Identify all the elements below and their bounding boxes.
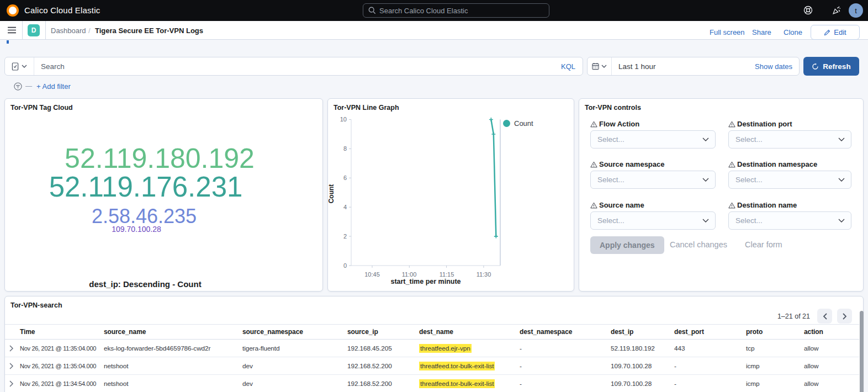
share-link[interactable]: Share bbox=[752, 28, 771, 36]
breadcrumb-separator: / bbox=[88, 27, 91, 35]
date-picker[interactable]: Last 1 hour Show dates bbox=[587, 57, 800, 76]
kql-language-button[interactable]: KQL bbox=[561, 62, 575, 71]
divider bbox=[22, 21, 23, 40]
calico-logo-icon[interactable] bbox=[7, 4, 19, 17]
add-filter-link[interactable]: + Add filter bbox=[36, 82, 71, 91]
search-query-input[interactable]: Search bbox=[41, 62, 561, 71]
column-header-time[interactable]: Time bbox=[20, 328, 35, 336]
expand-row-icon[interactable] bbox=[9, 380, 14, 387]
x-tick: 10:45 bbox=[360, 271, 384, 278]
cell-time: Nov 26, 2021 @ 11:34:54.000 bbox=[20, 380, 96, 387]
previous-page-button[interactable] bbox=[817, 309, 832, 324]
expand-row-icon[interactable] bbox=[9, 363, 14, 369]
help-icon[interactable] bbox=[803, 6, 813, 15]
tag-cloud-term[interactable]: 52.119.176.231 bbox=[49, 173, 243, 201]
select-destination-port[interactable]: Select... bbox=[728, 130, 851, 149]
cell-proto: icmp bbox=[746, 380, 760, 388]
chevron-down-icon bbox=[838, 137, 845, 141]
cancel-changes-link[interactable]: Cancel changes bbox=[670, 240, 727, 249]
filter-row: — + Add filter bbox=[14, 82, 71, 91]
column-header-proto[interactable]: proto bbox=[746, 328, 763, 336]
divider bbox=[45, 21, 46, 40]
table-row[interactable]: Nov 26, 2021 @ 11:35:04.000 netshoot dev… bbox=[5, 357, 859, 375]
chevron-down-icon bbox=[702, 219, 709, 223]
expand-row-icon[interactable] bbox=[9, 345, 14, 352]
column-header-action[interactable]: action bbox=[804, 328, 823, 336]
column-header-source-namespace[interactable]: source_namespace bbox=[242, 328, 303, 336]
cell-dest-namespace: - bbox=[520, 345, 522, 352]
full-screen-link[interactable]: Full screen bbox=[710, 28, 745, 36]
column-header-source-ip[interactable]: source_ip bbox=[347, 328, 378, 336]
field-label-source-namespace: Source namespace bbox=[590, 160, 665, 168]
refresh-button[interactable]: Refresh bbox=[803, 57, 859, 76]
tag-cloud-term[interactable]: 52.119.180.192 bbox=[65, 145, 255, 172]
user-avatar[interactable]: t bbox=[849, 3, 863, 18]
show-dates-link[interactable]: Show dates bbox=[755, 62, 792, 71]
chevron-down-icon bbox=[702, 178, 709, 182]
cell-action: allow bbox=[804, 345, 818, 352]
newsfeed-icon[interactable] bbox=[832, 6, 841, 15]
x-tick: 11:00 bbox=[397, 271, 421, 278]
warning-icon bbox=[728, 202, 735, 209]
apply-changes-button[interactable]: Apply changes bbox=[590, 236, 664, 254]
chevron-down-icon bbox=[838, 178, 845, 182]
cell-dest-port: - bbox=[674, 362, 676, 370]
clear-form-link[interactable]: Clear form bbox=[745, 240, 782, 249]
saved-query-menu-button[interactable] bbox=[5, 57, 34, 75]
panel-title: Tor-VPN-search bbox=[10, 301, 62, 309]
select-source-name[interactable]: Select... bbox=[590, 211, 716, 230]
dashboard-nav-bar: D Dashboard / Tigera Secure EE Tor-VPN L… bbox=[0, 21, 868, 40]
chevron-down-icon bbox=[22, 65, 27, 68]
search-icon bbox=[368, 7, 376, 14]
space-badge[interactable]: D bbox=[28, 24, 40, 36]
global-search-input[interactable]: Search Calico Cloud Elastic bbox=[363, 3, 549, 18]
next-page-button[interactable] bbox=[837, 309, 852, 324]
cell-dest-ip: 52.119.180.192 bbox=[611, 345, 655, 352]
warning-icon bbox=[728, 161, 735, 168]
controls-panel: Tor-VPN controls Flow Action Select... D… bbox=[579, 98, 864, 292]
panel-title: Tor-VPN Tag Cloud bbox=[10, 104, 73, 112]
column-header-dest-name[interactable]: dest_name bbox=[419, 328, 453, 336]
column-header-source-name[interactable]: source_name bbox=[104, 328, 146, 336]
edit-button[interactable]: Edit bbox=[811, 25, 860, 40]
select-flow-action[interactable]: Select... bbox=[590, 130, 716, 149]
cell-source-name: eks-log-forwarder-5bd4659786-cwd2r bbox=[104, 345, 210, 352]
column-header-dest-port[interactable]: dest_port bbox=[674, 328, 704, 336]
menu-icon[interactable] bbox=[7, 25, 17, 35]
warning-icon bbox=[590, 161, 597, 168]
tag-cloud-term[interactable]: 109.70.100.28 bbox=[112, 225, 161, 233]
cell-time: Nov 26, 2021 @ 11:35:04.000 bbox=[20, 345, 96, 352]
tag-cloud-term[interactable]: 2.58.46.235 bbox=[92, 206, 197, 226]
table-row[interactable]: Nov 26, 2021 @ 11:34:54.000 netshoot dev… bbox=[5, 375, 859, 392]
field-label-source-name: Source name bbox=[590, 201, 644, 209]
clone-link[interactable]: Clone bbox=[784, 28, 802, 36]
y-tick: 2 bbox=[330, 233, 347, 240]
query-bar[interactable]: Search KQL bbox=[4, 57, 583, 76]
filter-set-icon[interactable] bbox=[14, 82, 22, 91]
select-destination-namespace[interactable]: Select... bbox=[728, 171, 851, 189]
cell-source-namespace: dev bbox=[242, 362, 253, 370]
x-axis-label: start_time per minute bbox=[351, 278, 500, 285]
date-quick-menu-button[interactable] bbox=[588, 57, 612, 75]
time-range-value[interactable]: Last 1 hour bbox=[618, 62, 755, 71]
breadcrumb-current: Tigera Secure EE Tor-VPN Logs bbox=[95, 27, 203, 35]
cell-time: Nov 26, 2021 @ 11:35:04.000 bbox=[20, 363, 96, 369]
select-destination-name[interactable]: Select... bbox=[728, 211, 851, 230]
select-source-namespace[interactable]: Select... bbox=[590, 171, 716, 189]
scrollbar-thumb[interactable] bbox=[860, 311, 864, 392]
app-title: Calico Cloud Elastic bbox=[24, 6, 100, 15]
cell-dest-namespace: - bbox=[520, 380, 522, 388]
field-label-destination-name: Destination name bbox=[728, 201, 797, 209]
column-header-dest-ip[interactable]: dest_ip bbox=[611, 328, 633, 336]
table-row[interactable]: Nov 26, 2021 @ 11:35:04.000 eks-log-forw… bbox=[5, 340, 859, 357]
breadcrumb-dashboard[interactable]: Dashboard bbox=[51, 27, 86, 35]
cell-source-name: netshoot bbox=[104, 362, 128, 370]
cell-source-namespace: tigera-fluentd bbox=[242, 345, 279, 352]
cell-source-name: netshoot bbox=[104, 380, 128, 388]
filter-dash: — bbox=[25, 82, 32, 90]
field-label-flow-action: Flow Action bbox=[590, 120, 639, 128]
chart-legend[interactable]: Count bbox=[503, 119, 533, 128]
column-header-dest-namespace[interactable]: dest_namespace bbox=[520, 328, 572, 336]
legend-label: Count bbox=[514, 119, 533, 128]
y-axis-label: Count bbox=[327, 176, 335, 211]
